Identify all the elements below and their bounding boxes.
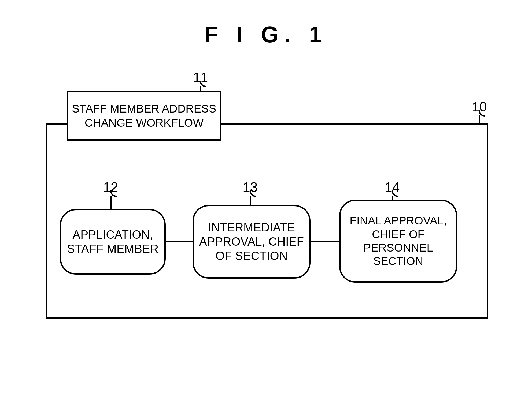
reference-leader-icon <box>110 196 112 209</box>
reference-leader-icon <box>479 115 480 123</box>
workflow-title-box: STAFF MEMBER ADDRESS CHANGE WORKFLOW <box>67 91 221 141</box>
connector-line <box>166 241 193 242</box>
diagram-canvas: F I G. 1 STAFF MEMBER ADDRESS CHANGE WOR… <box>0 0 532 397</box>
connector-line <box>311 241 339 242</box>
workflow-node-label: FINAL APPROVAL, CHIEF OF PERSONNEL SECTI… <box>344 214 452 268</box>
workflow-node-label: APPLICATION, STAFF MEMBER <box>65 228 161 256</box>
workflow-node-label: INTERMEDIATE APPROVAL, CHIEF OF SECTION <box>198 220 305 263</box>
reference-leader-icon <box>392 196 393 200</box>
figure-title: F I G. 1 <box>0 21 532 48</box>
reference-leader-icon <box>250 196 251 205</box>
workflow-node-final-approval: FINAL APPROVAL, CHIEF OF PERSONNEL SECTI… <box>339 200 457 283</box>
workflow-title-label: STAFF MEMBER ADDRESS CHANGE WORKFLOW <box>72 102 217 130</box>
workflow-node-intermediate-approval: INTERMEDIATE APPROVAL, CHIEF OF SECTION <box>193 205 311 279</box>
reference-leader-icon <box>200 86 201 91</box>
workflow-node-application: APPLICATION, STAFF MEMBER <box>60 209 166 275</box>
